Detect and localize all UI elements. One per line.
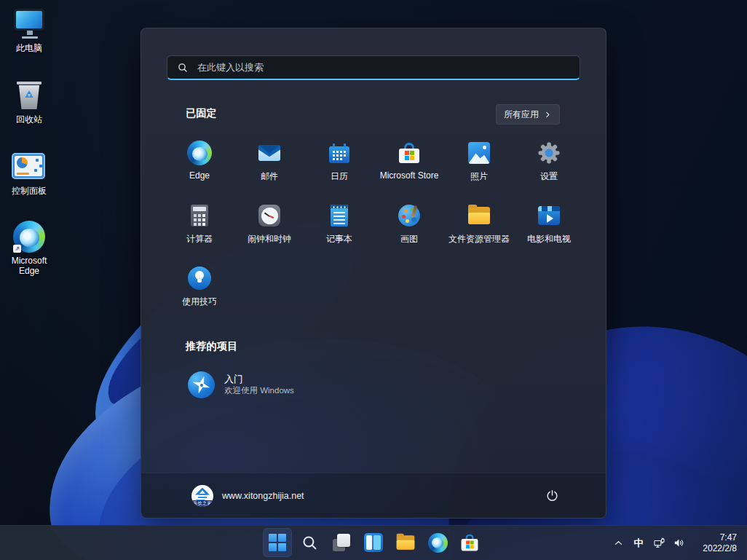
pinned-app-label: 日历 <box>331 170 348 183</box>
chevron-right-icon <box>544 111 552 119</box>
system-tray: 中 7:47 2022/2/8 <box>609 526 743 560</box>
logo-text: 系统之家 <box>191 500 213 507</box>
pinned-app-label: 文件资源管理器 <box>448 233 510 245</box>
pinned-apps-grid: Edge 邮件 日历 Microsoft Store 照片 <box>165 130 584 318</box>
this-pc-icon <box>12 7 47 41</box>
desktop-icon-this-pc[interactable]: 此电脑 <box>1 7 58 53</box>
desktop: 此电脑 回收站 控制面板 ↗ Microsoft Edge 已固定 所有应用 <box>0 0 747 560</box>
taskbar-clock[interactable]: 7:47 2022/2/8 <box>695 532 737 554</box>
tips-icon <box>187 266 212 291</box>
taskbar-search-button[interactable] <box>295 528 324 557</box>
desktop-icon-label: 此电脑 <box>16 43 42 53</box>
pinned-app-mail[interactable]: 邮件 <box>234 130 304 193</box>
recommended-item-title: 入门 <box>224 374 294 385</box>
start-menu-search-box[interactable] <box>167 55 580 80</box>
all-apps-label: 所有应用 <box>504 109 539 121</box>
pinned-app-label: 闹钟和时钟 <box>248 233 291 245</box>
store-button[interactable] <box>455 528 484 557</box>
pinned-app-label: Microsoft Store <box>380 170 439 181</box>
mail-icon <box>257 141 282 165</box>
windows-start-icon <box>269 534 286 551</box>
pinned-app-label: 照片 <box>470 170 488 183</box>
pinned-app-photos[interactable]: 照片 <box>444 130 514 193</box>
file-explorer-icon <box>467 203 491 228</box>
recommended-section-title: 推荐的项目 <box>186 340 238 353</box>
widgets-icon <box>364 533 383 552</box>
widgets-button[interactable] <box>359 528 388 557</box>
pinned-app-edge[interactable]: Edge <box>165 130 234 193</box>
start-menu-footer: 系统之家 www.xitongzhijia.net <box>141 473 606 518</box>
recommended-item-get-started[interactable]: 入门 欢迎使用 Windows <box>182 368 300 402</box>
pinned-app-label: 记事本 <box>326 233 352 245</box>
recommended-item-subtitle: 欢迎使用 Windows <box>224 385 294 396</box>
desktop-icon-control-panel[interactable]: 控制面板 <box>1 150 58 196</box>
get-started-icon <box>188 371 215 398</box>
file-explorer-button[interactable] <box>391 528 420 557</box>
pinned-app-tips[interactable]: 使用技巧 <box>165 256 234 318</box>
pinned-app-label: Edge <box>189 170 210 181</box>
pinned-app-label: 邮件 <box>261 170 278 183</box>
pinned-app-label: 计算器 <box>186 233 213 245</box>
alarms-clock-icon <box>257 203 282 228</box>
pinned-section-title: 已固定 <box>186 107 217 120</box>
pinned-app-movies-tv[interactable]: 电影和电视 <box>514 193 584 256</box>
clock-time: 7:47 <box>720 532 737 543</box>
pinned-app-settings[interactable]: 设置 <box>514 130 584 193</box>
edge-icon <box>428 533 448 553</box>
microsoft-store-icon <box>397 141 422 165</box>
desktop-icon-recycle-bin[interactable]: 回收站 <box>1 79 58 125</box>
volume-icon <box>673 537 685 549</box>
file-explorer-icon <box>395 532 416 553</box>
search-icon <box>301 534 319 552</box>
search-icon <box>177 62 189 74</box>
start-button[interactable] <box>263 528 292 557</box>
search-input[interactable] <box>196 61 570 74</box>
pinned-app-calendar[interactable]: 日历 <box>304 130 374 193</box>
desktop-icon-label: 控制面板 <box>12 186 47 196</box>
pinned-app-microsoft-store[interactable]: Microsoft Store <box>374 130 444 193</box>
shortcut-arrow-icon: ↗ <box>13 245 21 253</box>
photos-icon <box>467 141 491 165</box>
volume-button[interactable] <box>669 530 689 556</box>
calendar-icon <box>327 141 352 165</box>
ime-label: 中 <box>634 537 644 550</box>
user-profile-button[interactable]: 系统之家 www.xitongzhijia.net <box>187 482 309 510</box>
paint-icon <box>397 203 422 228</box>
microsoft-store-icon <box>459 532 480 553</box>
user-site-label: www.xitongzhijia.net <box>222 491 304 501</box>
pinned-app-calculator[interactable]: 计算器 <box>165 193 234 256</box>
taskbar: 中 7:47 2022/2/8 <box>0 525 747 560</box>
power-icon <box>545 489 559 502</box>
taskbar-buttons <box>263 528 484 557</box>
control-panel-icon <box>12 150 47 184</box>
desktop-icon-label: Microsoft Edge <box>1 256 58 276</box>
network-button[interactable] <box>649 530 669 556</box>
settings-gear-icon <box>537 141 561 165</box>
pinned-app-alarms-clock[interactable]: 闹钟和时钟 <box>234 193 304 256</box>
xitongzhijia-logo: 系统之家 <box>191 485 213 507</box>
pinned-app-label: 电影和电视 <box>527 233 571 245</box>
notepad-icon <box>327 203 352 228</box>
desktop-icon-label: 回收站 <box>16 114 42 125</box>
task-view-button[interactable] <box>327 528 356 557</box>
ime-indicator[interactable]: 中 <box>628 530 649 556</box>
power-button[interactable] <box>539 483 565 509</box>
movies-tv-icon <box>537 203 561 228</box>
all-apps-button[interactable]: 所有应用 <box>496 104 560 125</box>
desktop-icon-edge[interactable]: ↗ Microsoft Edge <box>1 220 58 276</box>
edge-icon: ↗ <box>12 220 47 253</box>
clock-date: 2022/2/8 <box>703 543 737 554</box>
hidden-icons-button[interactable] <box>609 530 628 556</box>
task-view-icon <box>332 533 351 552</box>
pinned-app-notepad[interactable]: 记事本 <box>304 193 374 256</box>
start-menu: 已固定 所有应用 Edge 邮件 日历 Microsoft Store <box>141 28 606 518</box>
pinned-app-file-explorer[interactable]: 文件资源管理器 <box>444 193 514 256</box>
pinned-app-label: 画图 <box>400 233 418 245</box>
pinned-app-label: 使用技巧 <box>182 296 217 308</box>
pinned-app-paint[interactable]: 画图 <box>374 193 444 256</box>
calculator-icon <box>187 203 212 228</box>
edge-icon <box>187 141 212 165</box>
pinned-app-label: 设置 <box>540 170 558 183</box>
edge-button[interactable] <box>423 528 452 557</box>
recycle-bin-icon <box>12 79 47 112</box>
